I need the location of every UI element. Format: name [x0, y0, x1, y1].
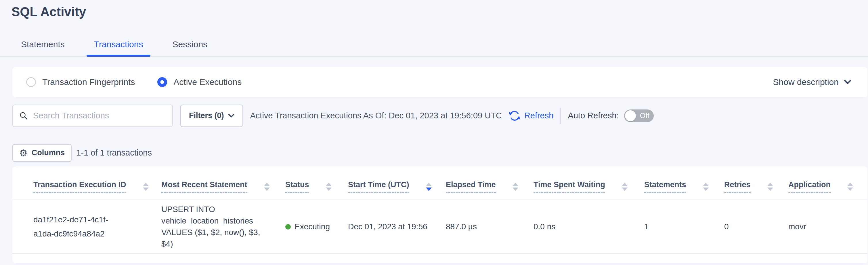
cell-transaction-execution-id[interactable]: da1f21e2-de71-4c1f-a1da-dc9fc94a84a2: [33, 213, 135, 241]
cell-status: Executing: [285, 222, 348, 231]
tab-sessions[interactable]: Sessions: [165, 39, 215, 56]
radio-transaction-fingerprints[interactable]: Transaction Fingerprints: [26, 77, 135, 87]
search-input[interactable]: [33, 111, 166, 121]
column-header-statements[interactable]: Statements: [644, 180, 724, 193]
cell-application: movr: [788, 222, 867, 231]
filters-label: Filters (0): [189, 111, 224, 120]
table-header-row: Transaction Execution ID Most Recent Sta…: [12, 166, 867, 200]
column-header-elapsed-time[interactable]: Elapsed Time: [446, 180, 533, 193]
toggle-state-label: Off: [640, 111, 654, 120]
column-header-transaction-execution-id[interactable]: Transaction Execution ID: [33, 180, 161, 193]
auto-refresh-label: Auto Refresh:: [568, 111, 619, 121]
cell-most-recent-statement: UPSERT INTO vehicle_location_histories V…: [161, 204, 284, 250]
cell-elapsed-time: 887.0 µs: [446, 222, 533, 231]
sort-icon: [703, 183, 709, 191]
sort-icon: [264, 183, 270, 191]
radio-selected-icon: [157, 77, 167, 87]
as-of-text: Active Transaction Executions As Of: Dec…: [250, 111, 502, 121]
sort-icon: [622, 183, 627, 191]
column-header-most-recent-statement[interactable]: Most Recent Statement: [161, 180, 285, 193]
column-header-application[interactable]: Application: [788, 180, 867, 193]
columns-label: Columns: [32, 148, 65, 157]
radio-unselected-icon: [26, 77, 36, 87]
chevron-down-icon: [228, 113, 235, 118]
refresh-button[interactable]: Refresh: [508, 109, 554, 122]
tab-statements[interactable]: Statements: [13, 39, 72, 56]
toggle-knob-icon: [625, 110, 636, 121]
vertical-divider: [560, 108, 561, 124]
show-description-label: Show description: [773, 77, 839, 87]
sort-icon: [847, 183, 853, 191]
column-header-status[interactable]: Status: [285, 180, 348, 193]
results-count: 1-1 of 1 transactions: [76, 148, 152, 158]
table-row[interactable]: da1f21e2-de71-4c1f-a1da-dc9fc94a84a2 UPS…: [12, 200, 867, 254]
chevron-down-icon: [844, 80, 851, 84]
radio-active-executions[interactable]: Active Executions: [157, 77, 242, 87]
table-controls: ⚙ Columns 1-1 of 1 transactions: [12, 144, 857, 162]
sort-icon: [767, 183, 773, 191]
tab-bar: Statements Transactions Sessions: [0, 39, 868, 57]
sort-icon: [513, 183, 518, 191]
column-header-time-spent-waiting[interactable]: Time Spent Waiting: [533, 180, 644, 193]
column-header-retries[interactable]: Retries: [724, 180, 788, 193]
cell-retries: 0: [724, 222, 788, 231]
sort-icon: [143, 183, 149, 191]
radio-label: Transaction Fingerprints: [42, 77, 135, 87]
auto-refresh-toggle[interactable]: Off: [624, 109, 654, 122]
tab-transactions[interactable]: Transactions: [87, 39, 151, 56]
sql-activity-page: SQL Activity Statements Transactions Ses…: [0, 0, 868, 265]
view-options-card: Transaction Fingerprints Active Executio…: [12, 67, 867, 97]
column-header-start-time[interactable]: Start Time (UTC): [348, 180, 446, 193]
sort-icon: [326, 183, 332, 191]
refresh-icon: [508, 109, 521, 122]
status-label: Executing: [294, 222, 330, 231]
cell-statements: 1: [644, 222, 724, 231]
refresh-label: Refresh: [524, 111, 554, 121]
filters-button[interactable]: Filters (0): [180, 105, 243, 127]
search-box[interactable]: [12, 105, 173, 127]
page-title: SQL Activity: [0, 0, 868, 19]
status-dot-icon: [285, 224, 291, 230]
show-description-toggle[interactable]: Show description: [773, 77, 851, 87]
transactions-table: Transaction Execution ID Most Recent Sta…: [12, 166, 867, 263]
cell-start-time: Dec 01, 2023 at 19:56: [348, 222, 446, 231]
search-icon: [19, 111, 28, 120]
gear-icon: ⚙: [19, 148, 28, 158]
sort-icon: [426, 183, 432, 191]
cell-time-spent-waiting: 0.0 ns: [533, 222, 644, 231]
columns-button[interactable]: ⚙ Columns: [12, 144, 72, 162]
radio-label: Active Executions: [174, 77, 242, 87]
toolbar: Filters (0) Active Transaction Execution…: [12, 105, 862, 127]
